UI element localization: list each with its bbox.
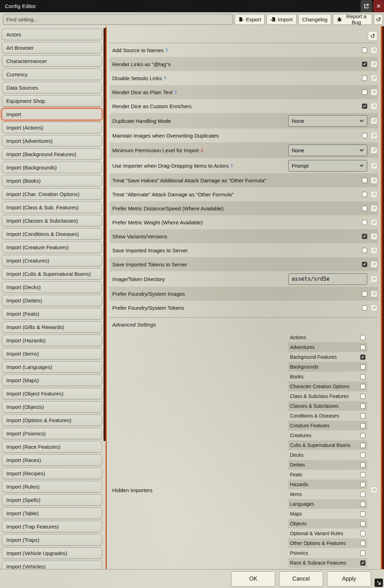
- sidebar-item-import-class-sub-features[interactable]: Import (Class & Sub. Features): [2, 202, 102, 213]
- sidebar-item-import-char-creation-options[interactable]: Import (Char. Creation Options): [2, 188, 102, 200]
- reset-button-maintain-images-when-overwriting-duplicates[interactable]: ↺: [371, 132, 377, 139]
- checkbox-render-dice-as-plain-text[interactable]: [362, 90, 367, 95]
- checkbox-decks[interactable]: [360, 453, 365, 458]
- sidebar-item-import-cults-supernatural-boons[interactable]: Import (Cults & Supernatural Boons): [2, 268, 102, 280]
- checkbox-classes-subclasses[interactable]: [360, 404, 365, 409]
- sidebar-item-import-adventures[interactable]: Import (Adventures): [2, 135, 102, 147]
- checkbox-other-options-features[interactable]: [360, 541, 365, 546]
- checkbox-character-creation-options[interactable]: [360, 384, 365, 389]
- reset-button-treat-save-halves-additional-attack-damage-as-other-formula[interactable]: ↺: [371, 177, 377, 184]
- sidebar-item-import-hazards[interactable]: Import (Hazards): [2, 335, 102, 346]
- checkbox-optional-variant-rules[interactable]: [360, 531, 365, 536]
- report-bug-button[interactable]: Report a Bug: [333, 14, 372, 25]
- reset-button-save-imported-images-to-server[interactable]: ↺: [371, 247, 377, 254]
- reset-button-use-importer-when-drag-dropping-items-to-actors[interactable]: ↺: [371, 162, 377, 169]
- sidebar-item-import-conditions-diseases[interactable]: Import (Conditions & Diseases): [2, 228, 102, 240]
- checkbox-render-links-as-tag-s[interactable]: ✔: [362, 62, 367, 67]
- checkbox-objects[interactable]: [360, 521, 365, 526]
- checkbox-creatures[interactable]: [360, 433, 365, 438]
- sidebar-item-import-object-features[interactable]: Import (Object Features): [2, 388, 102, 399]
- reset-button-image-token-directory[interactable]: ↺: [371, 276, 377, 282]
- checkbox-render-dice-as-custom-enrichers[interactable]: ✔: [362, 104, 367, 109]
- checkbox-add-source-to-names[interactable]: [362, 48, 367, 53]
- sidebar-item-import-rules[interactable]: Import (Rules): [2, 481, 102, 492]
- sidebar-item-import-table[interactable]: Import (Table): [2, 507, 102, 519]
- sidebar-item-import-books[interactable]: Import (Books): [2, 175, 102, 187]
- sidebar-item-import-options-features[interactable]: Import (Options & Features): [2, 414, 102, 426]
- reset-button-duplicate-handling-mode[interactable]: ↺: [371, 118, 377, 124]
- resize-handle[interactable]: [375, 579, 383, 587]
- search-input[interactable]: [3, 14, 233, 25]
- sidebar-item-import-creature-features[interactable]: Import (Creature Features): [2, 241, 102, 253]
- checkbox-background-features[interactable]: ✔: [360, 355, 365, 360]
- checkbox-conditions-diseases[interactable]: [360, 413, 365, 419]
- checkbox-languages[interactable]: [360, 502, 365, 507]
- sidebar-item-import-backgrounds[interactable]: Import (Backgrounds): [2, 162, 102, 173]
- hidden-importers-reset-button[interactable]: ↺: [371, 486, 377, 493]
- sidebar-item-import-psionics[interactable]: Import (Psionics): [2, 428, 102, 439]
- checkbox-prefer-metric-weight-where-available[interactable]: [362, 220, 367, 225]
- reset-button-render-links-as-tag-s[interactable]: ↺: [371, 61, 377, 68]
- sidebar-item-import-vehicle-upgrades[interactable]: Import (Vehicle Upgrades): [2, 547, 102, 559]
- group-reset-button[interactable]: ↺: [368, 31, 377, 41]
- text-input-image-token-directory[interactable]: assets/srd5e: [288, 273, 367, 285]
- checkbox-save-imported-images-to-server[interactable]: [362, 248, 367, 253]
- checkbox-show-variants-versions[interactable]: ✔: [362, 234, 367, 239]
- sidebar-item-import-race-features[interactable]: Import (Race Features): [2, 441, 102, 453]
- checkbox-treat-alternate-attack-damage-as-other-formula[interactable]: [362, 192, 367, 197]
- checkbox-books[interactable]: [360, 374, 365, 379]
- sidebar-item-equipment-shop[interactable]: Equipment Shop: [2, 95, 102, 107]
- checkbox-treat-save-halves-additional-attack-damage-as-other-formula[interactable]: [362, 178, 367, 183]
- checkbox-feats[interactable]: [360, 472, 365, 477]
- checkbox-save-imported-tokens-to-server[interactable]: ✔: [362, 262, 367, 267]
- ok-button[interactable]: OK: [231, 571, 275, 587]
- sidebar-item-import-background-features[interactable]: Import (Background Features): [2, 148, 102, 160]
- reset-button-save-imported-tokens-to-server[interactable]: ↺: [371, 261, 377, 268]
- reset-button-minimum-permission-level-for-import[interactable]: ↺: [371, 147, 377, 154]
- sidebar-item-import-items[interactable]: Import (Items): [2, 348, 102, 359]
- reset-button-prefer-foundry-system-tokens[interactable]: ↺: [371, 304, 377, 311]
- select-minimum-permission-level-for-import[interactable]: None: [288, 145, 367, 156]
- sidebar-item-import-classes-subclasses[interactable]: Import (Classes & Subclasses): [2, 215, 102, 226]
- checkbox-deities[interactable]: [360, 462, 365, 468]
- sidebar-item-art-browser[interactable]: Art Browser: [2, 42, 102, 54]
- reset-button-prefer-metric-distance-speed-where-available[interactable]: ↺: [371, 205, 377, 212]
- sidebar-item-import-objects[interactable]: Import (Objects): [2, 401, 102, 413]
- popout-button[interactable]: [361, 0, 372, 12]
- sidebar-item-import-gifts-rewards[interactable]: Import (Gifts & Rewards): [2, 321, 102, 333]
- sidebar-item-currency[interactable]: Currency: [2, 69, 102, 80]
- sidebar-item-import-spells[interactable]: Import (Spells): [2, 494, 102, 506]
- sidebar-item-import-decks[interactable]: Import (Decks): [2, 281, 102, 293]
- checkbox-prefer-metric-distance-speed-where-available[interactable]: [362, 206, 367, 211]
- apply-button[interactable]: Apply: [327, 571, 371, 587]
- close-button[interactable]: ✕: [373, 0, 384, 12]
- checkbox-prefer-foundry-system-images[interactable]: [362, 291, 367, 296]
- reset-button-render-dice-as-custom-enrichers[interactable]: ↺: [371, 103, 377, 110]
- checkbox-disable-5etools-links[interactable]: [362, 76, 367, 81]
- toolbar-reset-button[interactable]: ↺: [374, 14, 383, 25]
- reset-button-disable-5etools-links[interactable]: ↺: [371, 75, 377, 82]
- changelog-button[interactable]: Changelog: [298, 14, 332, 25]
- sidebar-item-import-maps[interactable]: Import (Maps): [2, 374, 102, 386]
- sidebar-item-import-creatures[interactable]: Import (Creatures): [2, 255, 102, 266]
- sidebar-item-import-trap-features[interactable]: Import (Trap Features): [2, 521, 102, 532]
- checkbox-maintain-images-when-overwriting-duplicates[interactable]: [362, 133, 367, 138]
- sidebar-item-import-recipes[interactable]: Import (Recipes): [2, 468, 102, 479]
- checkbox-prefer-foundry-system-tokens[interactable]: [362, 305, 367, 310]
- checkbox-backgrounds[interactable]: [360, 364, 365, 370]
- reset-button-show-variants-versions[interactable]: ↺: [371, 233, 377, 240]
- sidebar-item-import-actions[interactable]: Import (Actions): [2, 122, 102, 133]
- reset-button-prefer-foundry-system-images[interactable]: ↺: [371, 290, 377, 297]
- import-button[interactable]: Import: [266, 14, 297, 25]
- checkbox-actions[interactable]: [360, 335, 365, 340]
- checkbox-race-subrace-features[interactable]: ✔: [360, 560, 365, 566]
- checkbox-hazards[interactable]: [360, 482, 365, 487]
- sidebar-item-import[interactable]: Import: [2, 108, 102, 120]
- checkbox-maps[interactable]: [360, 511, 365, 517]
- select-duplicate-handling-mode[interactable]: None: [288, 115, 367, 127]
- sidebar-item-actors[interactable]: Actors: [2, 29, 102, 40]
- sidebar-item-import-feats[interactable]: Import (Feats): [2, 308, 102, 320]
- titlebar[interactable]: Config Editor ✕: [0, 0, 384, 12]
- checkbox-adventures[interactable]: [360, 345, 365, 350]
- checkbox-items[interactable]: [360, 492, 365, 497]
